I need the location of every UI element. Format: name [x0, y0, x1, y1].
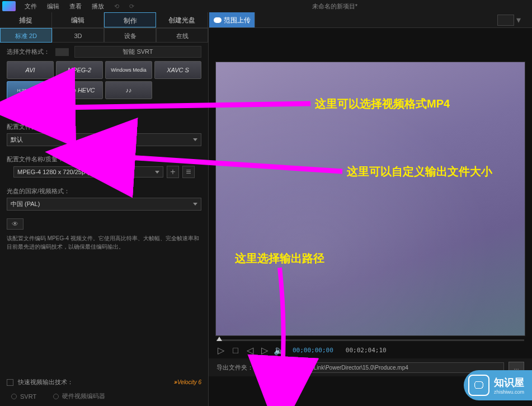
main-tab-bar: 捕捉 编辑 制作 创建光盘 范围上传 ▾	[0, 12, 532, 28]
format-h264avc[interactable]: H.264 AVC	[7, 81, 54, 99]
format-mpeg2[interactable]: MPEG-2	[56, 61, 103, 79]
subtab-2d[interactable]: 标准 2D	[0, 28, 52, 43]
profile-quality-label: 配置文件名称/质量：	[7, 155, 201, 164]
slider-thumb-icon[interactable]	[216, 337, 222, 341]
menu-view[interactable]: 查看	[65, 1, 86, 12]
smart-svrt-button[interactable]: 智能 SVRT	[74, 46, 201, 58]
profile-quality-dropdown[interactable]: MPEG-4 1280 x 720/25p (16 Mbps)	[13, 166, 163, 178]
playback-controls: ▷ □ ◁ ▷ 🔈 00;00;00;00 00;02;04;10	[209, 342, 532, 358]
format-grid: AVI MPEG-2 Windows Media XAVC S H.264 AV…	[0, 61, 208, 104]
preview-toggle-button[interactable]: 👁	[7, 218, 23, 230]
annotation-format: 这里可以选择视频格式MP4	[315, 96, 450, 111]
subtab-3d[interactable]: 3D	[52, 28, 104, 43]
tab-produce[interactable]: 制作	[104, 12, 156, 27]
velocity-badge: ››› Velocity 6	[174, 379, 201, 385]
annotation-path: 这里选择输出路径	[235, 251, 324, 266]
caret-down-icon	[193, 203, 197, 206]
stop-button[interactable]: □	[231, 346, 240, 355]
cloud-icon	[214, 17, 222, 23]
export-folder-label: 导出文件夹：	[216, 363, 253, 372]
format-xavcs[interactable]: XAVC S	[154, 61, 201, 79]
country-dropdown[interactable]: 中国 (PAL)	[7, 198, 201, 211]
profile-type-dropdown[interactable]: 默认	[7, 133, 201, 146]
country-value: 中国 (PAL)	[11, 200, 40, 208]
subtab-online[interactable]: 在线	[156, 28, 208, 43]
volume-button[interactable]: 🔈	[275, 346, 284, 355]
radio-hw-encoder[interactable]: 硬件视频编码器	[53, 392, 105, 400]
caret-down-icon	[41, 108, 45, 111]
profile-options-button[interactable]: ≡	[182, 166, 195, 178]
edit-icon[interactable]	[55, 48, 69, 56]
fast-output-checkbox[interactable]	[7, 379, 13, 386]
fast-output-label: 快速视频输出技术：	[18, 378, 73, 386]
tab-upload[interactable]: 范围上传	[209, 12, 255, 27]
watermark-icon: 🖵	[468, 375, 489, 396]
project-title: 未命名的新项目*	[140, 1, 530, 12]
profile-description: 该配置文件编码 MPEG-4 视频文件。它使用高比特率、大帧幅、完全帧速率和目前…	[0, 230, 208, 255]
caret-down-icon	[155, 171, 159, 174]
radio-svrt[interactable]: SVRT	[11, 392, 36, 400]
tab-edit[interactable]: 编辑	[52, 12, 104, 27]
profile-type-label: 配置文件类型：	[7, 123, 201, 131]
format-select-label: 选择文件格式：	[7, 48, 50, 56]
format-h265hevc[interactable]: H.265 HEVC	[56, 81, 103, 99]
tab-disc[interactable]: 创建光盘	[156, 12, 208, 27]
profile-add-button[interactable]: +	[167, 166, 179, 178]
timecode-current: 00;00;00;00	[289, 346, 337, 355]
eye-icon: 👁	[12, 220, 18, 228]
toolbar-right: ▾	[495, 12, 532, 27]
output-mode-tabs: 标准 2D 3D 设备 在线	[0, 28, 208, 43]
watermark-badge: 🖵 知识屋 zhishiwu.com	[464, 370, 532, 400]
subtab-device[interactable]: 设备	[104, 28, 156, 43]
next-frame-button[interactable]: ▷	[260, 346, 269, 355]
country-label: 光盘的国家/视频格式：	[7, 187, 201, 195]
timeline-slider[interactable]	[216, 339, 524, 341]
menu-edit[interactable]: 编辑	[43, 1, 64, 12]
play-button[interactable]: ▷	[216, 346, 225, 355]
preview-panel: ▷ □ ◁ ▷ 🔈 00;00;00;00 00;02;04;10 导出文件夹：…	[209, 28, 532, 406]
watermark-url: zhishiwu.com	[494, 389, 524, 395]
tab-capture[interactable]: 捕捉	[0, 12, 52, 27]
prev-frame-button[interactable]: ◁	[246, 346, 255, 355]
container-dropdown[interactable]: MP4	[7, 104, 49, 115]
format-audio[interactable]: ♪♪	[105, 81, 152, 99]
watermark-title: 知识屋	[494, 376, 524, 389]
menu-play[interactable]: 播放	[87, 1, 109, 12]
timecode-duration: 00;02;04;10	[342, 346, 390, 355]
tab-upload-label: 范围上传	[224, 12, 251, 28]
app-logo-icon	[2, 1, 16, 11]
window-control-icon[interactable]	[497, 15, 514, 26]
format-wmedia[interactable]: Windows Media	[105, 61, 152, 79]
format-avi[interactable]: AVI	[7, 61, 54, 79]
container-value: MP4	[11, 106, 23, 113]
profile-quality-value: MPEG-4 1280 x 720/25p (16 Mbps)	[17, 169, 115, 175]
menu-file[interactable]: 文件	[20, 1, 41, 12]
caret-down-icon	[193, 138, 197, 141]
annotation-size: 这里可以自定义输出文件大小	[347, 164, 492, 179]
produce-settings-panel: 标准 2D 3D 设备 在线 选择文件格式： 智能 SVRT AVI MPEG-…	[0, 28, 209, 406]
top-menu-bar: 文件 编辑 查看 播放 ⟲ ⟳ 未命名的新项目*	[0, 0, 532, 12]
export-path-field[interactable]: D:\Documents\CyberLink\PowerDirector\15.…	[258, 362, 504, 373]
profile-type-value: 默认	[11, 136, 23, 144]
